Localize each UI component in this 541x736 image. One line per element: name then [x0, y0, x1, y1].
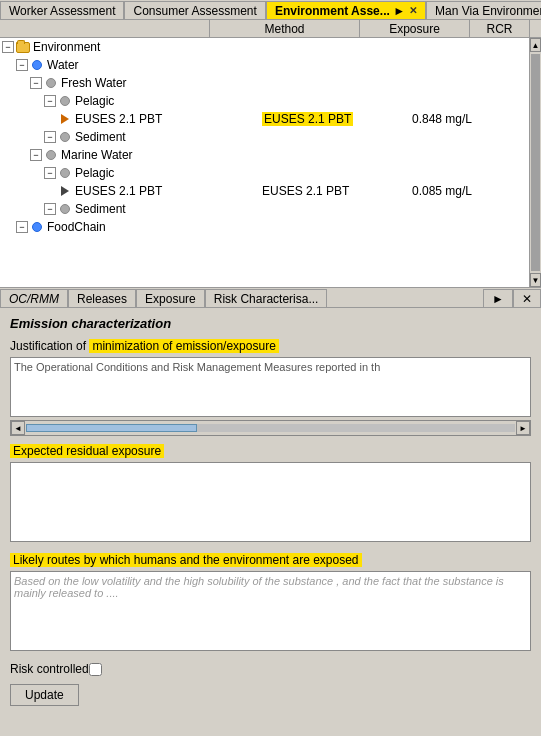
justification-textarea[interactable]: [10, 357, 531, 417]
play-icon: [58, 184, 72, 198]
scroll-left-btn[interactable]: ◄: [11, 421, 25, 435]
tab-man-via[interactable]: Man Via Environment As...: [426, 1, 541, 19]
toggle-pelagic-fresh[interactable]: −: [44, 95, 56, 107]
circle-gray-icon: [44, 148, 58, 162]
circle-blue-icon: [30, 220, 44, 234]
tree-row[interactable]: − FoodChain: [0, 218, 541, 236]
likely-routes-label: Likely routes by which humans and the en…: [10, 553, 531, 567]
tree-label: EUSES 2.1 PBT: [75, 112, 162, 126]
vertical-scrollbar[interactable]: ▲ ▼: [529, 38, 541, 287]
tree-label: Pelagic: [75, 166, 114, 180]
exposure-value: 0.848 mg/L: [412, 112, 472, 126]
tree-row[interactable]: − Environment: [0, 38, 541, 56]
tree-label: Environment: [33, 40, 100, 54]
scroll-down-btn[interactable]: ▼: [530, 273, 541, 287]
tree-row[interactable]: − Sediment: [0, 200, 541, 218]
toggle-marinewater[interactable]: −: [30, 149, 42, 161]
scroll-thumb: [26, 424, 197, 432]
justification-highlight: minimization of emission/exposure: [89, 339, 278, 353]
exposure-value: 0.085 mg/L: [412, 184, 472, 198]
toggle-pelagic-marine[interactable]: −: [44, 167, 56, 179]
risk-controlled-row: Risk controlled: [10, 662, 531, 676]
tab-environment[interactable]: Environment Asse... ► ✕: [266, 1, 426, 19]
tree-row[interactable]: − Pelagic: [0, 164, 541, 182]
tree-label: Water: [47, 58, 79, 72]
justification-label: Justification of minimization of emissio…: [10, 339, 531, 353]
tab-risk-characterisa[interactable]: Risk Characterisa...: [205, 289, 328, 307]
tree-label: FoodChain: [47, 220, 106, 234]
tree-label: Pelagic: [75, 94, 114, 108]
method-value: EUSES 2.1 PBT: [262, 184, 349, 198]
col-header-spacer: [530, 20, 541, 37]
column-headers: Method Exposure RCR: [0, 20, 541, 38]
circle-gray-icon: [58, 94, 72, 108]
close-tab-icon[interactable]: ✕: [409, 5, 417, 16]
toggle-environment[interactable]: −: [2, 41, 14, 53]
tree-row[interactable]: − Marine Water: [0, 146, 541, 164]
environment-tree: − Environment − Water − Fresh Water: [0, 38, 541, 288]
col-header-rcr: RCR: [470, 20, 530, 37]
horizontal-scrollbar[interactable]: ◄ ►: [10, 420, 531, 436]
tab-close-btn[interactable]: ✕: [513, 289, 541, 307]
tree-row[interactable]: − Fresh Water: [0, 74, 541, 92]
tab-oc-rmm[interactable]: OC/RMM: [0, 289, 68, 307]
scroll-up-btn[interactable]: ▲: [530, 38, 541, 52]
tree-row[interactable]: EUSES 2.1 PBT EUSES 2.1 PBT 0.085 mg/L: [0, 182, 541, 200]
method-value: EUSES 2.1 PBT: [262, 112, 353, 126]
likely-routes-textarea[interactable]: [10, 571, 531, 651]
risk-controlled-checkbox[interactable]: [89, 663, 102, 676]
col-header-exposure: Exposure: [360, 20, 470, 37]
tree-row[interactable]: EUSES 2.1 PBT EUSES 2.1 PBT 0.848 mg/L: [0, 110, 541, 128]
tab-releases[interactable]: Releases: [68, 289, 136, 307]
circle-blue-icon: [30, 58, 44, 72]
bottom-tab-bar: OC/RMM Releases Exposure Risk Characteri…: [0, 288, 541, 308]
folder-icon: [16, 40, 30, 54]
update-button[interactable]: Update: [10, 684, 79, 706]
col-header-tree: [0, 20, 210, 37]
tree-row[interactable]: − Water: [0, 56, 541, 74]
circle-gray-icon: [58, 202, 72, 216]
tab-worker[interactable]: Worker Assessment: [0, 1, 124, 19]
expected-residual-highlight: Expected residual exposure: [10, 444, 164, 458]
tree-label: Sediment: [75, 130, 126, 144]
risk-controlled-label: Risk controlled: [10, 662, 89, 676]
toggle-water[interactable]: −: [16, 59, 28, 71]
circle-gray-icon: [58, 166, 72, 180]
bottom-panel: Emission characterization Justification …: [0, 308, 541, 724]
toggle-sediment-fresh[interactable]: −: [44, 131, 56, 143]
play-icon-orange: [58, 112, 72, 126]
circle-gray-icon: [44, 76, 58, 90]
likely-routes-highlight: Likely routes by which humans and the en…: [10, 553, 362, 567]
tree-label: Sediment: [75, 202, 126, 216]
circle-gray-icon: [58, 130, 72, 144]
toggle-sediment-marine[interactable]: −: [44, 203, 56, 215]
scroll-right-btn[interactable]: ►: [516, 421, 530, 435]
toggle-foodchain[interactable]: −: [16, 221, 28, 233]
tree-row[interactable]: − Pelagic: [0, 92, 541, 110]
section-title: Emission characterization: [10, 316, 531, 331]
tab-exposure[interactable]: Exposure: [136, 289, 205, 307]
tree-label: EUSES 2.1 PBT: [75, 184, 162, 198]
expected-residual-textarea[interactable]: [10, 462, 531, 542]
scroll-thumb[interactable]: [531, 54, 540, 271]
fresh-water-label: Fresh Water: [61, 76, 127, 90]
tree-row[interactable]: − Sediment: [0, 128, 541, 146]
tree-label: Marine Water: [61, 148, 133, 162]
tab-expand-btn[interactable]: ►: [483, 289, 513, 307]
toggle-freshwater[interactable]: −: [30, 77, 42, 89]
expected-residual-label: Expected residual exposure: [10, 444, 531, 458]
top-tab-bar: Worker Assessment Consumer Assessment En…: [0, 0, 541, 20]
col-header-method: Method: [210, 20, 360, 37]
scroll-track: [26, 424, 515, 432]
tab-consumer[interactable]: Consumer Assessment: [124, 1, 265, 19]
